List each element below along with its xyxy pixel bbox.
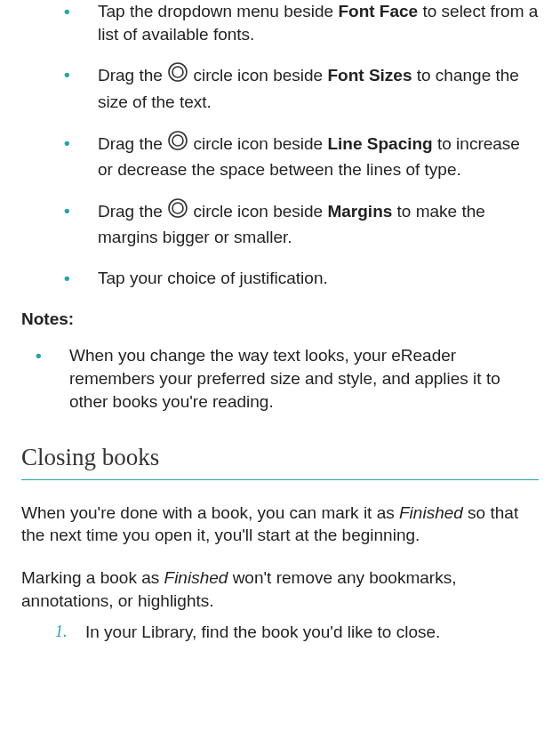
text: Tap the dropdown menu beside [98, 2, 338, 20]
circle-icon [167, 130, 188, 157]
svg-point-0 [169, 63, 187, 81]
svg-point-3 [172, 135, 183, 146]
section-heading: Closing books [21, 441, 539, 479]
text: When you change the way text looks, your… [69, 346, 500, 410]
list-item: Drag the circle icon beside Font Sizes t… [21, 63, 539, 113]
text: Drag the [98, 202, 167, 221]
instruction-list: Tap the dropdown menu beside Font Face t… [21, 0, 539, 290]
text-italic: Finished [164, 568, 228, 587]
list-item: Tap the dropdown menu beside Font Face t… [21, 0, 539, 45]
text: : [68, 309, 74, 328]
text: Marking a book as [21, 568, 164, 587]
text-bold: Font Sizes [327, 67, 412, 85]
svg-point-5 [172, 203, 183, 213]
text-bold: Line Spacing [327, 134, 432, 153]
text: In your Library, find the book you'd lik… [85, 623, 440, 641]
text-bold: Notes [21, 309, 68, 328]
list-item: In your Library, find the book you'd lik… [21, 621, 539, 644]
svg-point-2 [169, 132, 187, 149]
steps-list: In your Library, find the book you'd lik… [21, 621, 539, 644]
list-item: Drag the circle icon beside Margins to m… [21, 199, 539, 249]
text: Drag the [98, 134, 167, 153]
svg-point-1 [172, 67, 183, 77]
text: circle icon beside [188, 202, 327, 221]
list-item: When you change the way text looks, your… [21, 344, 539, 413]
circle-icon [167, 61, 188, 89]
notes-list: When you change the way text looks, your… [21, 344, 539, 413]
text-italic: Finished [399, 503, 463, 522]
text: circle icon beside [188, 67, 327, 85]
paragraph: When you're done with a book, you can ma… [21, 502, 539, 547]
paragraph: Marking a book as Finished won't remove … [21, 566, 539, 612]
text: Tap your choice of justification. [98, 269, 328, 287]
text: Drag the [98, 67, 167, 85]
circle-icon [167, 197, 188, 225]
text-bold: Margins [327, 202, 392, 221]
notes-label: Notes: [21, 308, 539, 331]
list-item: Drag the circle icon beside Line Spacing… [21, 132, 539, 181]
text: circle icon beside [188, 134, 327, 153]
text: When you're done with a book, you can ma… [21, 503, 399, 522]
text-bold: Font Face [338, 2, 418, 20]
svg-point-4 [169, 199, 187, 217]
list-item: Tap your choice of justification. [21, 267, 539, 290]
